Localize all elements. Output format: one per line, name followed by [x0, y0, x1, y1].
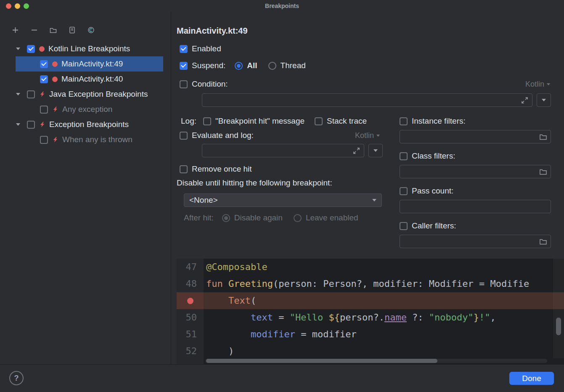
class-filters-input[interactable]: [400, 167, 539, 176]
disable-until-value: <None>: [189, 196, 218, 205]
suspend-thread-radio[interactable]: [268, 62, 276, 70]
leave-enabled-radio[interactable]: [294, 214, 302, 222]
evaluate-field: [202, 144, 364, 157]
code-text: modifier = modifier: [204, 326, 357, 343]
code-line: 50 text = "Hello ${person?.name ?: "nobo…: [177, 309, 564, 326]
chevron-down-icon: [372, 199, 376, 201]
breakpoint-checkbox[interactable]: [40, 106, 48, 114]
disable-again-label: Disable again: [234, 213, 283, 222]
expand-editor-icon[interactable]: [521, 97, 528, 104]
group-breakpoints-button[interactable]: [49, 26, 57, 34]
code-text: ): [204, 343, 234, 360]
add-breakpoint-button[interactable]: [11, 26, 19, 34]
line-number: 52: [177, 343, 204, 360]
code-lines: 47@Composable48fun Greeting(person: Pers…: [177, 259, 564, 360]
code-preview: 47@Composable48fun Greeting(person: Pers…: [177, 259, 564, 364]
breakpoint-checkbox[interactable]: [27, 121, 35, 129]
enabled-row: Enabled: [180, 44, 564, 54]
exception-bolt-icon: [52, 106, 58, 113]
breakpoint-label: When any is thrown: [62, 135, 132, 144]
breakpoint-checkbox[interactable]: [27, 45, 35, 53]
breakpoint-checkbox[interactable]: [40, 75, 48, 83]
breakpoint-label: Kotlin Line Breakpoints: [48, 44, 130, 53]
breakpoint-row[interactable]: When any is thrown: [0, 132, 171, 147]
breakpoint-gutter-cell[interactable]: [177, 292, 204, 309]
class-filters-checkbox[interactable]: [400, 152, 408, 160]
exception-bolt-icon: [39, 121, 45, 128]
minus-icon: [30, 26, 38, 34]
breakpoint-title: MainActivity.kt:49: [177, 26, 248, 36]
suspend-all-label: All: [247, 61, 257, 70]
suspend-checkbox[interactable]: [180, 62, 188, 70]
remove-once-checkbox[interactable]: [180, 165, 188, 173]
instance-filters-checkbox[interactable]: [400, 117, 408, 125]
folder-icon: [539, 133, 547, 140]
log-label: Log:: [181, 117, 196, 126]
condition-input[interactable]: [202, 95, 532, 105]
help-button[interactable]: ?: [9, 371, 24, 385]
code-line: 48fun Greeting(person: Person?, modifier…: [177, 275, 564, 292]
disable-until-label: Disable until hitting the following brea…: [177, 178, 332, 188]
browse-folder-button[interactable]: [539, 238, 547, 245]
evaluate-history-button[interactable]: [368, 144, 383, 157]
disable-again-radio[interactable]: [222, 214, 230, 222]
breakpoint-dot-icon: [52, 77, 58, 82]
vertical-scrollbar-thumb[interactable]: [556, 318, 561, 335]
breakpoint-row[interactable]: MainActivity.kt:40: [0, 72, 171, 87]
breakpoint-row[interactable]: MainActivity.kt:49: [0, 56, 171, 72]
vertical-scrollbar[interactable]: [553, 259, 564, 358]
exception-bolt-icon: [39, 91, 45, 98]
line-number: 51: [177, 326, 204, 343]
log-message-checkbox[interactable]: [203, 117, 211, 125]
pass-count-input[interactable]: [400, 202, 551, 211]
chevron-down-icon: [373, 149, 378, 152]
suspend-all-radio[interactable]: [235, 62, 243, 70]
code-line: Text(: [177, 292, 564, 309]
instance-filters-input[interactable]: [400, 132, 539, 141]
stack-trace-checkbox[interactable]: [315, 117, 323, 125]
breakpoint-checkbox[interactable]: [27, 90, 35, 98]
suspend-label: Suspend:: [192, 61, 225, 70]
disable-until-dropdown[interactable]: <None>: [184, 193, 382, 207]
condition-checkbox[interactable]: [180, 80, 188, 88]
breakpoint-checkbox[interactable]: [40, 60, 48, 68]
breakpoint-list-panel: Kotlin Line BreakpointsMainActivity.kt:4…: [0, 12, 171, 364]
move-to-group-button[interactable]: [68, 26, 76, 34]
pass-count-checkbox[interactable]: [400, 187, 408, 195]
close-window-button[interactable]: [6, 3, 11, 9]
zoom-window-button[interactable]: [24, 3, 29, 9]
breakpoint-group-row[interactable]: Java Exception Breakpoints: [0, 87, 171, 102]
enabled-checkbox[interactable]: [180, 45, 188, 53]
condition-language-selector[interactable]: Kotlin: [525, 79, 550, 89]
group-by-class-button[interactable]: [87, 26, 95, 34]
browse-folder-button[interactable]: [539, 168, 547, 175]
caller-filters-input[interactable]: [400, 237, 539, 246]
remove-breakpoint-button[interactable]: [30, 26, 38, 34]
breakpoint-toolbar: [0, 12, 171, 38]
condition-field: [202, 93, 532, 107]
condition-history-button[interactable]: [537, 93, 551, 107]
chevron-down-icon: [542, 99, 546, 101]
breakpoint-group-row[interactable]: Kotlin Line Breakpoints: [0, 41, 171, 56]
expand-editor-icon[interactable]: [353, 147, 360, 154]
horizontal-scrollbar-thumb[interactable]: [206, 359, 437, 363]
instance-filters-block: Instance filters:: [400, 117, 551, 143]
done-button[interactable]: Done: [509, 372, 554, 385]
breakpoint-checkbox[interactable]: [40, 136, 48, 144]
breakpoint-row[interactable]: Any exception: [0, 102, 171, 117]
evaluate-input[interactable]: [202, 146, 364, 155]
evaluate-language-selector[interactable]: Kotlin: [355, 130, 380, 140]
exception-bolt-icon: [52, 106, 58, 113]
leave-enabled-label: Leave enabled: [306, 213, 358, 222]
caller-filters-checkbox[interactable]: [400, 222, 408, 230]
evaluate-checkbox[interactable]: [180, 132, 188, 140]
class-filters-label: Class filters:: [412, 151, 455, 161]
horizontal-scrollbar[interactable]: [205, 359, 547, 363]
breakpoint-group-row[interactable]: Exception Breakpoints: [0, 117, 171, 132]
chevron-down-icon[interactable]: [15, 93, 27, 95]
browse-folder-button[interactable]: [539, 133, 547, 140]
minimize-window-button[interactable]: [15, 3, 20, 9]
chevron-down-icon[interactable]: [15, 48, 27, 50]
chevron-down-icon[interactable]: [15, 123, 27, 126]
breakpoint-dot-icon[interactable]: [187, 298, 193, 304]
